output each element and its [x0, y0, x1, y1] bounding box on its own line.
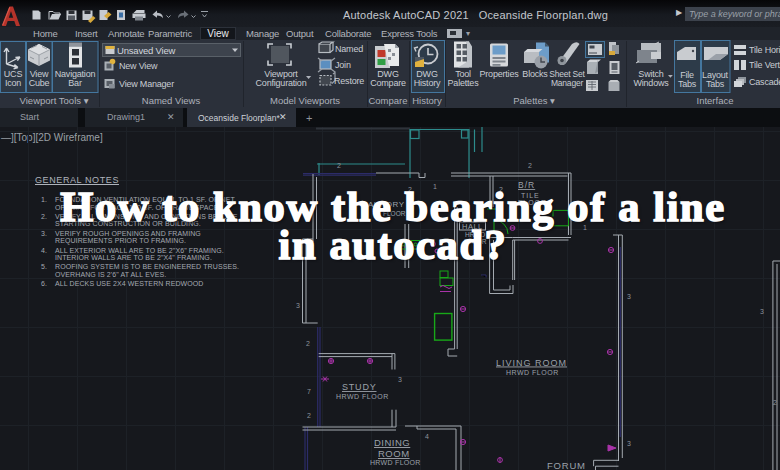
- svg-text:3: 3: [296, 302, 300, 309]
- svg-text:FORUM: FORUM: [547, 460, 586, 470]
- svg-text:STUDY: STUDY: [342, 382, 377, 392]
- svg-text:3: 3: [760, 308, 764, 315]
- svg-text:3: 3: [627, 293, 631, 300]
- svg-text:HRWD FLOOR: HRWD FLOOR: [336, 393, 389, 400]
- svg-text:2: 2: [773, 399, 777, 406]
- svg-text:DINING: DINING: [374, 437, 410, 448]
- svg-text:LIVING ROOM: LIVING ROOM: [496, 358, 567, 368]
- svg-text:2: 2: [306, 340, 310, 347]
- svg-text:HRWD FLOOR: HRWD FLOOR: [506, 369, 559, 376]
- svg-text:7: 7: [307, 388, 311, 395]
- svg-text:2: 2: [307, 412, 311, 419]
- svg-text:2: 2: [528, 162, 532, 169]
- svg-text:3: 3: [398, 376, 402, 383]
- svg-text:2: 2: [337, 162, 341, 169]
- svg-text:3: 3: [627, 440, 631, 447]
- svg-text:ROOM: ROOM: [378, 448, 410, 459]
- svg-text:4: 4: [425, 433, 429, 440]
- svg-text:HRWD FLOOR: HRWD FLOOR: [370, 459, 421, 466]
